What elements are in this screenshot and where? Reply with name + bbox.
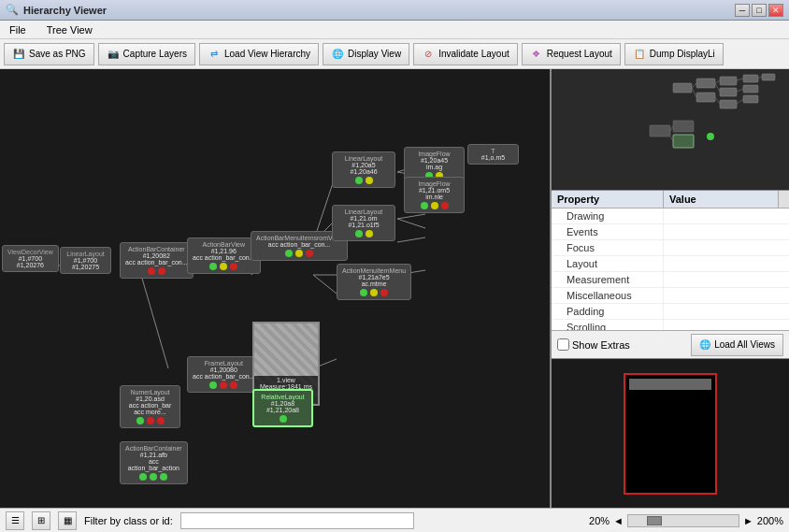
node-actionbar2[interactable]: ActionBarContainer #1,21.afb acc action_…: [120, 441, 188, 484]
preview-area[interactable]: [552, 358, 789, 508]
zoom-area: 20% ◄ ► 200%: [589, 514, 783, 527]
property-row-measurement[interactable]: Measurement: [552, 272, 789, 288]
dump-displaylist-button[interactable]: 📋 Dump DisplayLi: [624, 43, 724, 65]
toolbar: 💾 Save as PNG 📷 Capture Layers ⇄ Load Vi…: [0, 39, 789, 69]
prop-val-4: [664, 272, 789, 287]
show-extras-checkbox[interactable]: [557, 338, 569, 351]
dot-red2: [158, 267, 165, 275]
node-numerlayout[interactable]: NumerLayout #1,20.asd acc action_bar acc…: [120, 385, 180, 428]
property-row-events[interactable]: Events: [552, 224, 789, 240]
node-actionberview[interactable]: ActionBarView #1,21.96 acc action_bar_co…: [187, 237, 261, 274]
status-btn1[interactable]: ☰: [6, 511, 24, 530]
minimap-svg: [552, 69, 789, 191]
prop-val-1: [664, 224, 789, 239]
svg-line-36: [758, 77, 762, 79]
dot-g4: [355, 230, 363, 237]
connections-svg: [0, 69, 550, 508]
dot-red: [148, 267, 155, 275]
svg-rect-26: [743, 95, 758, 103]
status-btn3[interactable]: ▦: [58, 511, 77, 530]
app-icon: 🔍: [6, 4, 19, 16]
node-relativelayout[interactable]: RelativeLayout #1,20a8 #1,21,20a8: [252, 389, 313, 427]
svg-rect-21: [720, 77, 737, 85]
svg-line-15: [397, 237, 425, 242]
menu-treeview[interactable]: Tree View: [41, 22, 98, 37]
title-bar: 🔍 Hierarchy Viewer ─ □ ✕: [0, 0, 789, 21]
property-row-layout[interactable]: Layout: [552, 256, 789, 272]
node-actionbar[interactable]: ActionBarContainer #1,20082 acc action_b…: [120, 242, 194, 279]
dot-y6: [431, 202, 438, 209]
dot-g12: [150, 473, 157, 481]
status-bar: ☰ ⊞ ▦ Filter by class or id: 20% ◄ ► 200…: [0, 508, 789, 532]
dot-g3: [355, 177, 363, 184]
zoom-max-label: 200%: [757, 515, 783, 526]
dot-g2: [285, 250, 293, 257]
zoom-left-arrow[interactable]: ◄: [613, 515, 624, 526]
value-col-header: Value: [664, 191, 778, 208]
zoom-right-arrow[interactable]: ►: [743, 515, 753, 526]
dot-y3: [366, 177, 373, 184]
dot-g10: [136, 417, 144, 424]
node-linearlayout1[interactable]: LinearLayout #1,#700 #1,20275: [60, 247, 111, 274]
mini-map[interactable]: [552, 69, 789, 191]
load-hierarchy-button[interactable]: ⇄ Load View Hierarchy: [199, 43, 319, 65]
svg-line-32: [715, 97, 720, 104]
prop-name-2: Focus: [552, 240, 664, 255]
svg-rect-39: [673, 121, 694, 132]
menu-bar: File Tree View: [0, 21, 789, 39]
prop-name-0: Drawing: [552, 208, 664, 223]
svg-line-9: [313, 275, 337, 294]
load-all-views-button[interactable]: 🌐 Load All Views: [691, 334, 783, 356]
prop-val-0: [664, 208, 789, 223]
dot-r6: [441, 202, 449, 209]
dot-r1: [230, 263, 237, 270]
status-btn2[interactable]: ⊞: [32, 511, 50, 530]
property-row-scrolling[interactable]: Scrolling: [552, 320, 789, 330]
dot-r7: [380, 289, 388, 296]
dot-g11: [139, 473, 147, 481]
save-png-button[interactable]: 💾 Save as PNG: [4, 43, 94, 65]
dot-g9: [280, 415, 287, 423]
dot-r8: [220, 381, 227, 389]
right-panel: Property Value Drawing Events Focus Layo…: [550, 69, 789, 508]
property-row-focus[interactable]: Focus: [552, 240, 789, 256]
prop-name-6: Padding: [552, 304, 664, 319]
zoom-scrollbar[interactable]: [627, 514, 739, 527]
node-ll-top1[interactable]: LinearLayout #1,20a5 #1,20a46: [332, 151, 395, 188]
request-icon: ❖: [530, 48, 543, 61]
minimize-button[interactable]: ─: [735, 4, 750, 17]
prop-name-5: Miscellaneous: [552, 288, 664, 303]
node-framelayout[interactable]: FrameLayout #1,20080 acc action_bar_con.…: [187, 356, 261, 393]
save-icon: 💾: [12, 48, 25, 61]
svg-point-37: [707, 133, 714, 140]
capture-layers-button[interactable]: 📷 Capture Layers: [98, 43, 195, 65]
prop-val-7: [664, 320, 789, 330]
property-row-drawing[interactable]: Drawing: [552, 208, 789, 224]
filter-input[interactable]: [180, 512, 414, 529]
node-decore[interactable]: ViewDecorView #1,#700 #1,20276: [2, 245, 59, 272]
request-layout-button[interactable]: ❖ Request Layout: [522, 43, 621, 65]
display-view-button[interactable]: 🌐 Display View: [323, 43, 409, 65]
prop-name-1: Events: [552, 224, 664, 239]
prop-name-4: Measurement: [552, 272, 664, 287]
node-ll-top2[interactable]: LinearLayout #1,21.om #1,21.o1f5: [332, 205, 395, 241]
dot-g8: [209, 381, 217, 389]
zoom-min-label: 20%: [589, 515, 610, 526]
close-button[interactable]: ✕: [768, 4, 783, 17]
maximize-button[interactable]: □: [752, 4, 767, 17]
dot-g6: [421, 202, 428, 209]
svg-rect-22: [720, 88, 737, 96]
menu-file[interactable]: File: [4, 22, 32, 37]
node-actionmenuitemmenu[interactable]: ActionMenuItemMenu #1,21a7e5 ac.mtme: [337, 264, 411, 300]
svg-line-35: [737, 99, 743, 104]
invalidate-layout-button[interactable]: ⊘ Invalidate Layout: [413, 43, 518, 65]
svg-rect-23: [720, 100, 737, 108]
property-list[interactable]: Drawing Events Focus Layout Measurement …: [552, 208, 789, 330]
canvas-area[interactable]: ViewDecorView #1,#700 #1,20276 LinearLay…: [0, 69, 550, 508]
node-tr1[interactable]: T #1,o.m5: [467, 144, 519, 165]
property-row-padding[interactable]: Padding: [552, 304, 789, 320]
show-extras-wrap[interactable]: Show Extras: [557, 338, 630, 351]
node-imageflow2[interactable]: ImageFlow #1,21.om5 im.nle: [404, 177, 465, 213]
property-row-miscellaneous[interactable]: Miscellaneous: [552, 288, 789, 304]
svg-line-29: [692, 88, 696, 97]
